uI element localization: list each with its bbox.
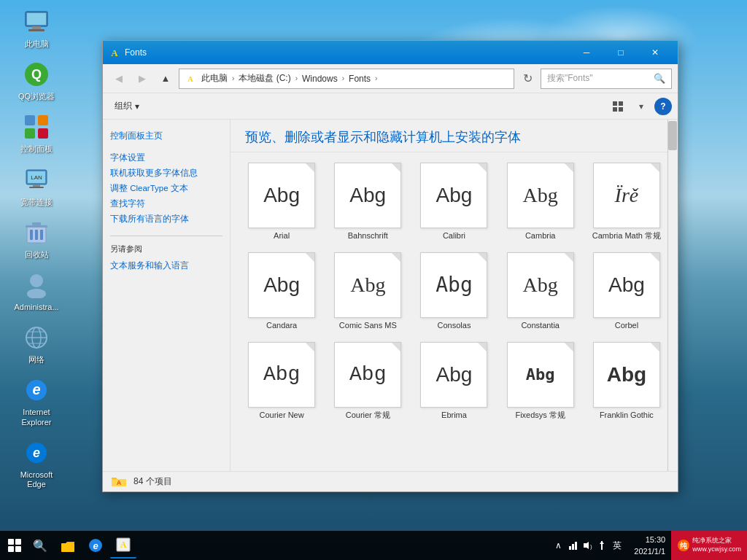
font-card-courier: Abg — [334, 342, 401, 408]
svg-point-21 — [30, 274, 43, 287]
font-card-cambria-math: Ïrě — [593, 163, 660, 228]
recycle-bin-label: 回收站 — [25, 250, 49, 260]
organize-button[interactable]: 组织 ▾ — [109, 96, 145, 117]
clock-area[interactable]: 15:30 2021/1/1 — [628, 534, 671, 558]
search-icon: 🔍 — [33, 539, 47, 553]
up-button[interactable]: ▲ — [155, 69, 176, 89]
font-item-candara[interactable]: AbgCandara — [241, 249, 322, 333]
desktop-icon-admin[interactable]: Administra... — [11, 271, 62, 312]
broadband-icon: LAN — [22, 166, 51, 195]
breadcrumb-windows[interactable]: Windows — [299, 72, 341, 85]
control-panel-section: 控制面板主页 — [110, 131, 222, 141]
font-card-ebrima: Abg — [420, 342, 487, 408]
tray-network[interactable] — [566, 539, 579, 552]
minimize-button[interactable]: ─ — [570, 41, 603, 64]
desktop-icon-edge[interactable]: e Microsoft Edge — [11, 438, 62, 489]
taskbar-file-explorer[interactable] — [55, 532, 81, 559]
breadcrumb-c-drive[interactable]: 本地磁盘 (C:) — [236, 71, 293, 86]
control-panel-label: 控制面板 — [20, 144, 53, 154]
svg-rect-36 — [613, 107, 617, 112]
font-item-ebrima[interactable]: AbgEbrima — [414, 339, 494, 423]
start-button[interactable] — [0, 531, 29, 560]
ie-label: Internet Explorer — [11, 408, 62, 427]
taskbar-ie[interactable]: e — [82, 532, 109, 559]
font-item-courier[interactable]: AbgCourier 常规 — [328, 339, 408, 423]
desktop-icon-this-pc[interactable]: 此电脑 — [11, 7, 62, 49]
get-more-fonts-link[interactable]: 联机获取更多字体信息 — [110, 168, 222, 179]
font-item-franklin[interactable]: AbgFranklin Gothic — [587, 339, 667, 423]
help-button[interactable]: ? — [654, 98, 672, 115]
font-item-calibri[interactable]: AbgCalibri — [414, 160, 494, 244]
view-toggle-button[interactable] — [608, 96, 628, 117]
breadcrumb-fonts[interactable]: Fonts — [346, 72, 374, 85]
taskbar-search-button[interactable]: 🔍 — [29, 531, 51, 560]
forward-button[interactable]: ▶ — [132, 69, 152, 89]
desktop-icon-ie[interactable]: e Internet Explorer — [11, 376, 62, 427]
back-button[interactable]: ◀ — [109, 69, 129, 89]
font-item-fixedsys[interactable]: AbgFixedsys 常规 — [500, 339, 581, 423]
desktop-icon-control-panel[interactable]: 控制面板 — [11, 112, 62, 154]
desktop-icon-recycle-bin[interactable]: 回收站 — [11, 218, 62, 260]
font-card-consolas: Abg — [420, 252, 487, 318]
content-header: 预览、删除或者显示和隐藏计算机上安装的字体 — [231, 120, 678, 152]
tray-usb[interactable] — [595, 539, 608, 552]
font-preview-comic-sans: Abg — [350, 275, 385, 295]
font-item-arial[interactable]: AbgArial — [241, 160, 322, 244]
font-item-constantia[interactable]: AbgConstantia — [500, 249, 581, 333]
control-panel-home-link[interactable]: 控制面板主页 — [110, 131, 222, 141]
tray-chevron[interactable]: ∧ — [551, 539, 565, 552]
svg-rect-18 — [40, 230, 43, 240]
brand-line1: 纯净系统之家 — [692, 537, 741, 545]
font-preview-fixedsys: Abg — [526, 367, 555, 383]
text-services-link[interactable]: 文本服务和输入语言 — [110, 260, 222, 271]
font-settings-link[interactable]: 字体设置 — [110, 152, 222, 163]
this-pc-label: 此电脑 — [25, 39, 49, 49]
font-card-calibri: Abg — [420, 163, 487, 228]
font-preview-courier: Abg — [349, 365, 386, 385]
control-panel-icon — [22, 112, 51, 141]
font-name-constantia: Constantia — [521, 321, 560, 330]
scrollbar-track[interactable] — [667, 120, 678, 471]
maximize-button[interactable]: □ — [604, 41, 638, 64]
svg-text:): ) — [590, 543, 592, 550]
font-name-consolas: Consolas — [438, 321, 471, 330]
view-dropdown-button[interactable]: ▾ — [631, 96, 651, 117]
font-card-fixedsys: Abg — [507, 342, 574, 408]
svg-text:A: A — [120, 540, 127, 550]
svg-rect-37 — [619, 107, 623, 112]
content-area: 预览、删除或者显示和隐藏计算机上安装的字体 AbgArialAbgBahnsch… — [231, 120, 678, 471]
close-button[interactable]: ✕ — [638, 41, 672, 64]
cleartype-link[interactable]: 调整 ClearType 文本 — [110, 183, 222, 194]
tray-volume[interactable]: ) — [581, 539, 594, 552]
font-item-cambria-math[interactable]: ÏrěCambria Math 常规 — [587, 160, 667, 244]
language-button[interactable]: 英 — [610, 540, 624, 552]
svg-rect-1 — [27, 13, 46, 25]
breadcrumb-this-pc[interactable]: 此电脑 — [198, 71, 231, 86]
system-tray: ∧ ) 英 — [548, 531, 628, 560]
svg-rect-7 — [38, 115, 48, 125]
left-panel: 控制面板主页 字体设置 联机获取更多字体信息 调整 ClearType 文本 查… — [103, 120, 231, 471]
search-bar[interactable]: 搜索"Fonts" 🔍 — [541, 69, 672, 89]
svg-point-22 — [27, 289, 46, 298]
font-item-cambria[interactable]: AbgCambria — [500, 160, 581, 244]
font-item-bahnschrift[interactable]: AbgBahnschrift — [328, 160, 408, 244]
font-item-consolas[interactable]: AbgConsolas — [414, 249, 494, 333]
desktop-icon-qq-browser[interactable]: Q QQ浏览器 — [11, 60, 62, 101]
download-fonts-link[interactable]: 下载所有语言的字体 — [110, 214, 222, 225]
find-char-link[interactable]: 查找字符 — [110, 198, 222, 209]
fonts-window: A Fonts ─ □ ✕ ◀ ▶ ▲ A 此电脑 › 本地磁盘 (C:) — [102, 40, 678, 492]
desktop-icon-broadband[interactable]: LAN 宽带连接 — [11, 166, 62, 207]
desktop-icon-network[interactable]: 网络 — [11, 323, 62, 365]
font-item-comic-sans[interactable]: AbgComic Sans MS — [328, 249, 408, 333]
taskbar-fonts-window[interactable]: A — [110, 532, 136, 559]
scrollbar-thumb[interactable] — [668, 121, 677, 150]
font-card-corbel: Abg — [593, 252, 660, 318]
svg-marker-51 — [600, 541, 604, 544]
organize-arrow: ▾ — [135, 101, 139, 112]
network-icon — [22, 323, 51, 352]
brand-badge: 纯 纯净系统之家 www.ycwjsy.com — [671, 531, 747, 560]
font-item-courier-new[interactable]: AbgCourier New — [241, 339, 322, 423]
svg-text:e: e — [93, 540, 98, 551]
refresh-button[interactable]: ↻ — [517, 69, 538, 89]
font-item-corbel[interactable]: AbgCorbel — [587, 249, 667, 333]
